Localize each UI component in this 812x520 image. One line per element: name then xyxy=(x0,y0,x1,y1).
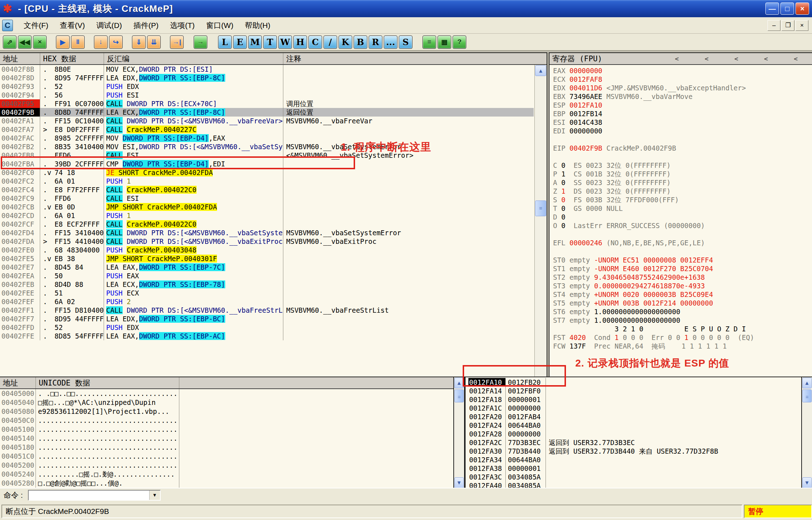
step-over-button[interactable]: ↪ xyxy=(109,36,123,49)
dump-row[interactable]: 00405040□摇□...□@*\AC:\unzipped\Dupin xyxy=(0,398,453,407)
executable-modules-button[interactable]: E xyxy=(233,36,247,49)
open-file-button[interactable]: ⇗ xyxy=(3,36,16,49)
disasm-row[interactable]: 00402FF1.FF15 D8104000CALL DWORD PTR DS:… xyxy=(0,306,534,315)
maximize-button[interactable]: □ xyxy=(780,3,794,15)
stack-scroll-up-button[interactable]: ▲ xyxy=(802,378,812,388)
references-button[interactable]: R xyxy=(369,36,382,49)
register-line[interactable] xyxy=(553,152,812,161)
restart-button[interactable]: ◀◀ xyxy=(18,36,32,49)
register-line[interactable]: EFL 00000246 (NO,NB,E,BE,NS,PE,GE,LE) xyxy=(553,238,812,247)
register-line[interactable] xyxy=(553,230,812,238)
menu-item-v[interactable]: 查看(V) xyxy=(54,18,91,33)
dump-row[interactable]: 004050C0................................… xyxy=(0,416,453,425)
stack-row[interactable]: 0012FA2800000000 xyxy=(468,430,801,438)
disasm-row[interactable]: 00402FD4.FF15 34104000CALL DWORD PTR DS:… xyxy=(0,228,534,237)
menu-item-p[interactable]: 插件(P) xyxy=(128,18,164,33)
stack-row[interactable]: 0012FA3400644BA0 xyxy=(468,455,801,464)
dump-scroll-thumb[interactable] xyxy=(454,389,464,402)
disasm-row[interactable]: 00402FB8.FFD6CALL ESI<&MSVBVM60.__vbaSet… xyxy=(0,151,534,160)
close-program-button[interactable]: × xyxy=(33,36,47,49)
register-line[interactable]: EDI 00000000 xyxy=(553,127,812,135)
disasm-row[interactable]: 00402FEE.51PUSH ECX xyxy=(0,289,534,297)
source-button[interactable]: S xyxy=(399,36,412,49)
disasm-row[interactable]: 00402FEB.8D4D 88LEA ECX,DWORD PTR SS:[EB… xyxy=(0,280,534,289)
register-line[interactable]: ST2 empty 9.4304650487552462900e+1638 xyxy=(553,273,812,282)
register-line[interactable]: ST5 empty +UNORM 003B 0012F214 00000000 xyxy=(553,299,812,307)
menu-item-f[interactable]: 文件(F) xyxy=(18,18,54,33)
disasm-row[interactable]: 00402FE7.8D45 84LEA EAX,DWORD PTR SS:[EB… xyxy=(0,263,534,271)
disasm-row[interactable]: 00402FE5.vEB 38JMP SHORT CrackMeP.004030… xyxy=(0,254,534,263)
stack-scrollbar[interactable]: ▲ ▼ xyxy=(801,377,812,489)
disasm-row[interactable]: 00402FA1.FF15 0C104000CALL DWORD PTR DS:… xyxy=(0,117,534,125)
register-line[interactable]: ST1 empty -UNORM E460 0012F270 B25C0704 xyxy=(553,264,812,273)
registers-history-arrows[interactable]: <<<<< xyxy=(675,55,812,62)
disasm-row[interactable]: 00402F94.56PUSH ESI xyxy=(0,91,534,99)
disasm-row[interactable]: 00402F95.FF91 0C070000CALL DWORD PTR DS:… xyxy=(0,99,534,108)
disasm-row[interactable]: 00402FE0.68 48304000PUSH CrackMeP.004030… xyxy=(0,246,534,254)
breakpoints-button[interactable]: B xyxy=(354,36,367,49)
minimize-button[interactable]: — xyxy=(765,3,779,15)
command-dropdown-button[interactable]: ▼ xyxy=(149,491,160,500)
mdi-restore-button[interactable]: ❐ xyxy=(782,20,794,31)
stack-row[interactable]: 0012FA140012FBF0 xyxy=(468,387,801,395)
stack-row[interactable]: 0012FA2400644BA0 xyxy=(468,421,801,430)
animate-into-button[interactable]: ⇓ xyxy=(132,36,146,49)
register-line[interactable]: ST0 empty -UNORM EC51 00000008 0012EFF4 xyxy=(553,256,812,264)
scroll-up-button[interactable]: ▲ xyxy=(535,65,546,76)
log-window-button[interactable]: L xyxy=(218,36,232,49)
appearance-button[interactable]: ▦ xyxy=(438,36,451,49)
stack-row[interactable]: 0012FA3800000001 xyxy=(468,464,801,473)
disasm-row[interactable]: 00402F8D.8D95 74FFFFFFLEA EDX,DWORD PTR … xyxy=(0,74,534,82)
disasm-row[interactable]: 00402FDA>FF15 44104000CALL DWORD PTR DS:… xyxy=(0,237,534,246)
menu-item-d[interactable]: 调试(D) xyxy=(91,18,128,33)
register-line[interactable]: ESI 0014C438 xyxy=(553,118,812,127)
windows-button[interactable]: W xyxy=(278,36,292,49)
register-line[interactable]: ESP 0012FA10 xyxy=(553,101,812,109)
menu-item-t[interactable]: 选项(T) xyxy=(164,18,200,33)
register-line[interactable]: ST4 empty +UNORM 0020 0000003B B25C09E4 xyxy=(553,290,812,299)
stack-scroll-down-button[interactable]: ▼ xyxy=(802,477,812,488)
register-line[interactable]: EDX 004011D6 <JMP.&MSVBVM60.__vbaExceptH… xyxy=(553,84,812,92)
disasm-row[interactable]: 00402F8B.8B0EMOV ECX,DWORD PTR DS:[ESI] xyxy=(0,65,534,74)
register-line[interactable]: 3 2 1 0 E S P U O Z D I xyxy=(553,325,812,333)
dump-row[interactable]: 004051C0................................… xyxy=(0,452,453,461)
disasm-row[interactable]: 00402FFD.52PUSH EDX xyxy=(0,323,534,332)
register-line[interactable]: EBX 73496AEE MSVBVM60.__vbaVarMove xyxy=(553,92,812,101)
execute-till-return-button[interactable]: →| xyxy=(170,36,184,49)
dump-row[interactable]: 00405100................................… xyxy=(0,425,453,434)
stack-row[interactable]: 0012FA200012FAB4 xyxy=(468,412,801,421)
register-line[interactable]: FCW 137F Prec NEAR,64 掩码 1 1 1 1 1 1 xyxy=(553,342,812,350)
register-line[interactable]: ECX 0012FAF8 xyxy=(553,75,812,84)
stack-row[interactable]: 0012FA1C00000000 xyxy=(468,404,801,412)
run-trace-button[interactable]: ... xyxy=(384,36,397,49)
stack-row[interactable]: 0012FA3077D3B440返回到 USER32.77D3B440 来自 U… xyxy=(468,447,801,455)
windows-list-button[interactable]: ≡ xyxy=(422,36,436,49)
threads-button[interactable]: T xyxy=(263,36,277,49)
mdi-close-button[interactable]: × xyxy=(796,20,808,31)
close-button[interactable]: × xyxy=(796,3,809,15)
dump-row[interactable]: 00405240..........□摇.□.剗@............... xyxy=(0,470,453,479)
disasm-row[interactable]: 00402FEF.6A 02PUSH 2 xyxy=(0,297,534,306)
register-line[interactable]: S 0 FS 003B 32位 7FFDF000(FFF) xyxy=(553,195,812,204)
register-line[interactable]: EBP 0012FB14 xyxy=(553,109,812,118)
register-line[interactable]: ST7 empty 1.0000000000000000000 xyxy=(553,316,812,325)
cpu-button[interactable]: C xyxy=(308,36,322,49)
register-line[interactable]: O 0 LastErr ERROR_SUCCESS (00000000) xyxy=(553,221,812,230)
disasm-row[interactable]: 00402FC2.6A 01PUSH 1 xyxy=(0,177,534,185)
disasm-row[interactable]: 00402F9B.8D8D 74FFFFFFLEA ECX,DWORD PTR … xyxy=(0,108,534,117)
stack-row[interactable]: 0012FA400034085A xyxy=(468,481,801,488)
go-to-button[interactable]: → xyxy=(194,36,207,49)
dump-scroll-up-button[interactable]: ▲ xyxy=(454,378,464,388)
stack-scroll-thumb[interactable] xyxy=(802,389,812,402)
disasm-row[interactable]: 00402FC0.v74 18JE SHORT CrackMeP.00402FD… xyxy=(0,168,534,177)
disassembly-scrollbar[interactable]: ▲ ▼ xyxy=(534,65,547,389)
dump-row[interactable]: 00405280□.□@創@勸@□摇□□...僙@. xyxy=(0,479,453,488)
memory-map-button[interactable]: M xyxy=(248,36,262,49)
disasm-row[interactable]: 00402FB2.8B35 34104000MOV ESI,DWORD PTR … xyxy=(0,142,534,151)
dump-scroll-down-button[interactable]: ▼ xyxy=(454,477,464,488)
pause-button[interactable]: ‖ xyxy=(71,36,85,49)
disasm-row[interactable]: 00402FFE.8D85 54FFFFFFLEA EAX,DWORD PTR … xyxy=(0,332,534,340)
register-line[interactable]: EIP 00402F9B CrackMeP.00402F9B xyxy=(553,144,812,152)
register-line[interactable] xyxy=(553,135,812,144)
handles-button[interactable]: H xyxy=(293,36,307,49)
